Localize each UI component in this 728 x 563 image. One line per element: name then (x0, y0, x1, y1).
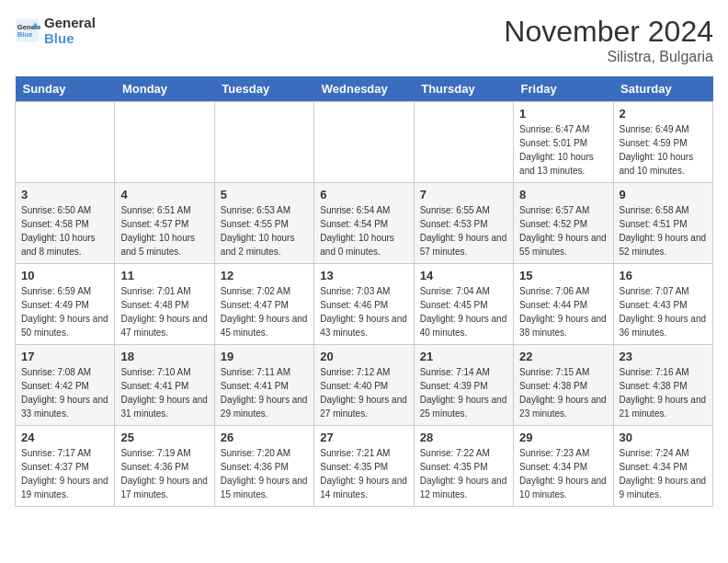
day-number: 26 (221, 431, 308, 444)
day-number: 11 (120, 269, 208, 282)
calendar-cell: 5Sunrise: 6:53 AMSunset: 4:55 PMDaylight… (214, 183, 313, 264)
day-number: 6 (320, 188, 407, 201)
day-number: 30 (620, 431, 707, 444)
weekday-header-thursday: Thursday (414, 76, 513, 102)
day-number: 20 (320, 350, 407, 363)
day-number: 28 (420, 431, 507, 444)
day-info: Sunrise: 7:02 AMSunset: 4:47 PMDaylight:… (221, 284, 308, 339)
calendar-table: SundayMondayTuesdayWednesdayThursdayFrid… (15, 76, 713, 507)
title-block: November 2024 Silistra, Bulgaria (504, 15, 713, 65)
calendar-cell (16, 102, 115, 183)
svg-text:Blue: Blue (17, 30, 33, 39)
calendar-cell: 16Sunrise: 7:07 AMSunset: 4:43 PMDayligh… (613, 264, 712, 345)
weekday-header-friday: Friday (514, 76, 613, 102)
day-info: Sunrise: 7:20 AMSunset: 4:36 PMDaylight:… (221, 446, 308, 501)
logo-icon: General Blue (15, 17, 40, 43)
page-header: General Blue General Blue November 2024 … (15, 15, 713, 65)
day-number: 15 (519, 269, 607, 282)
day-number: 9 (620, 188, 707, 201)
day-info: Sunrise: 6:51 AMSunset: 4:57 PMDaylight:… (120, 203, 208, 259)
calendar-week-3: 10Sunrise: 6:59 AMSunset: 4:49 PMDayligh… (16, 264, 713, 345)
calendar-week-5: 24Sunrise: 7:17 AMSunset: 4:37 PMDayligh… (16, 426, 713, 507)
day-number: 22 (519, 350, 607, 363)
day-info: Sunrise: 7:12 AMSunset: 4:40 PMDaylight:… (320, 365, 407, 420)
calendar-cell (414, 102, 513, 183)
day-number: 3 (21, 188, 108, 201)
day-number: 14 (420, 269, 507, 282)
day-info: Sunrise: 7:21 AMSunset: 4:35 PMDaylight:… (320, 446, 407, 501)
day-info: Sunrise: 7:01 AMSunset: 4:48 PMDaylight:… (120, 284, 208, 339)
calendar-cell: 12Sunrise: 7:02 AMSunset: 4:47 PMDayligh… (214, 264, 313, 345)
month-title: November 2024 (504, 15, 713, 49)
weekday-header-sunday: Sunday (16, 76, 115, 102)
weekday-header-wednesday: Wednesday (314, 76, 414, 102)
calendar-cell: 15Sunrise: 7:06 AMSunset: 4:44 PMDayligh… (514, 264, 613, 345)
day-info: Sunrise: 7:04 AMSunset: 4:45 PMDaylight:… (420, 284, 507, 339)
day-info: Sunrise: 7:03 AMSunset: 4:46 PMDaylight:… (320, 284, 407, 339)
day-info: Sunrise: 7:24 AMSunset: 4:34 PMDaylight:… (620, 446, 707, 501)
calendar-cell: 9Sunrise: 6:58 AMSunset: 4:51 PMDaylight… (613, 183, 712, 264)
calendar-cell: 24Sunrise: 7:17 AMSunset: 4:37 PMDayligh… (16, 426, 115, 507)
day-info: Sunrise: 6:54 AMSunset: 4:54 PMDaylight:… (320, 203, 407, 259)
weekday-header-saturday: Saturday (613, 76, 712, 102)
calendar-cell: 17Sunrise: 7:08 AMSunset: 4:42 PMDayligh… (16, 345, 115, 426)
day-info: Sunrise: 7:06 AMSunset: 4:44 PMDaylight:… (519, 284, 607, 339)
calendar-cell: 1Sunrise: 6:47 AMSunset: 5:01 PMDaylight… (514, 102, 613, 183)
day-number: 21 (420, 350, 507, 363)
weekday-header-monday: Monday (115, 76, 214, 102)
logo: General Blue General Blue (15, 15, 96, 46)
calendar-cell: 20Sunrise: 7:12 AMSunset: 4:40 PMDayligh… (314, 345, 414, 426)
calendar-cell: 27Sunrise: 7:21 AMSunset: 4:35 PMDayligh… (314, 426, 414, 507)
day-info: Sunrise: 6:47 AMSunset: 5:01 PMDaylight:… (519, 122, 607, 178)
day-number: 25 (120, 431, 208, 444)
day-number: 2 (620, 107, 707, 121)
location-subtitle: Silistra, Bulgaria (504, 49, 713, 65)
day-number: 16 (620, 269, 707, 282)
calendar-week-2: 3Sunrise: 6:50 AMSunset: 4:58 PMDaylight… (16, 183, 713, 264)
day-info: Sunrise: 7:22 AMSunset: 4:35 PMDaylight:… (420, 446, 507, 501)
day-info: Sunrise: 6:53 AMSunset: 4:55 PMDaylight:… (221, 203, 308, 259)
day-info: Sunrise: 7:14 AMSunset: 4:39 PMDaylight:… (420, 365, 507, 420)
day-number: 18 (120, 350, 208, 363)
calendar-cell: 28Sunrise: 7:22 AMSunset: 4:35 PMDayligh… (414, 426, 513, 507)
logo-text-general: General (44, 15, 96, 30)
day-number: 12 (221, 269, 308, 282)
calendar-cell: 30Sunrise: 7:24 AMSunset: 4:34 PMDayligh… (613, 426, 712, 507)
day-number: 5 (221, 188, 308, 201)
day-number: 17 (21, 350, 108, 363)
calendar-week-1: 1Sunrise: 6:47 AMSunset: 5:01 PMDaylight… (16, 102, 713, 183)
calendar-cell (214, 102, 313, 183)
day-info: Sunrise: 6:59 AMSunset: 4:49 PMDaylight:… (21, 284, 108, 339)
calendar-week-4: 17Sunrise: 7:08 AMSunset: 4:42 PMDayligh… (16, 345, 713, 426)
calendar-cell: 25Sunrise: 7:19 AMSunset: 4:36 PMDayligh… (115, 426, 214, 507)
calendar-cell: 13Sunrise: 7:03 AMSunset: 4:46 PMDayligh… (314, 264, 414, 345)
calendar-cell: 29Sunrise: 7:23 AMSunset: 4:34 PMDayligh… (514, 426, 613, 507)
calendar-cell: 2Sunrise: 6:49 AMSunset: 4:59 PMDaylight… (613, 102, 712, 183)
calendar-cell (314, 102, 414, 183)
day-number: 27 (320, 431, 407, 444)
day-info: Sunrise: 6:58 AMSunset: 4:51 PMDaylight:… (620, 203, 707, 259)
weekday-header-tuesday: Tuesday (214, 76, 313, 102)
calendar-cell: 18Sunrise: 7:10 AMSunset: 4:41 PMDayligh… (115, 345, 214, 426)
day-info: Sunrise: 7:17 AMSunset: 4:37 PMDaylight:… (21, 446, 108, 501)
day-info: Sunrise: 7:11 AMSunset: 4:41 PMDaylight:… (221, 365, 308, 420)
calendar-cell: 14Sunrise: 7:04 AMSunset: 4:45 PMDayligh… (414, 264, 513, 345)
day-number: 4 (120, 188, 208, 201)
calendar-cell: 8Sunrise: 6:57 AMSunset: 4:52 PMDaylight… (514, 183, 613, 264)
calendar-cell: 7Sunrise: 6:55 AMSunset: 4:53 PMDaylight… (414, 183, 513, 264)
day-info: Sunrise: 7:15 AMSunset: 4:38 PMDaylight:… (519, 365, 607, 420)
day-number: 8 (519, 188, 607, 201)
day-number: 19 (221, 350, 308, 363)
day-info: Sunrise: 7:19 AMSunset: 4:36 PMDaylight:… (120, 446, 208, 501)
day-number: 29 (519, 431, 607, 444)
calendar-cell: 19Sunrise: 7:11 AMSunset: 4:41 PMDayligh… (214, 345, 313, 426)
calendar-cell: 21Sunrise: 7:14 AMSunset: 4:39 PMDayligh… (414, 345, 513, 426)
day-info: Sunrise: 7:16 AMSunset: 4:38 PMDaylight:… (620, 365, 707, 420)
calendar-cell: 3Sunrise: 6:50 AMSunset: 4:58 PMDaylight… (16, 183, 115, 264)
calendar-cell: 26Sunrise: 7:20 AMSunset: 4:36 PMDayligh… (214, 426, 313, 507)
day-info: Sunrise: 7:10 AMSunset: 4:41 PMDaylight:… (120, 365, 208, 420)
day-number: 23 (620, 350, 707, 363)
day-info: Sunrise: 7:08 AMSunset: 4:42 PMDaylight:… (21, 365, 108, 420)
day-number: 13 (320, 269, 407, 282)
calendar-cell: 23Sunrise: 7:16 AMSunset: 4:38 PMDayligh… (613, 345, 712, 426)
